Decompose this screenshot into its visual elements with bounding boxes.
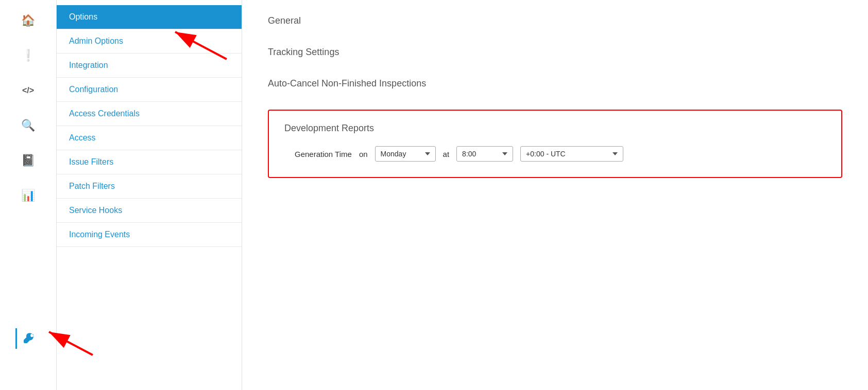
general-section-title: General — [268, 15, 842, 26]
nav-item-access-credentials[interactable]: Access Credentials — [57, 102, 242, 126]
gen-time-at-label: at — [443, 150, 450, 158]
gen-time-row: Generation Time on Monday Tuesday Wednes… — [284, 146, 826, 162]
time-select[interactable]: 8:00 9:00 10:00 11:00 12:00 — [456, 146, 513, 162]
alert-nav-icon[interactable]: ❕ — [15, 45, 41, 66]
gen-time-on-label: on — [359, 150, 368, 158]
book-nav-icon[interactable]: 📓 — [15, 150, 41, 171]
gen-time-label: Generation Time — [295, 150, 352, 158]
day-select[interactable]: Monday Tuesday Wednesday Thursday Friday… — [375, 146, 436, 162]
dev-reports-title: Development Reports — [284, 123, 826, 134]
home-nav-icon[interactable]: 🏠 — [15, 10, 41, 31]
main-content: General Tracking Settings Auto-Cancel No… — [242, 0, 868, 390]
code-nav-icon[interactable]: </> — [15, 80, 41, 101]
nav-item-incoming-events[interactable]: Incoming Events — [57, 223, 242, 247]
search-nav-icon[interactable]: 🔍 — [15, 115, 41, 136]
nav-item-integration[interactable]: Integration — [57, 54, 242, 78]
nav-item-options[interactable]: Options — [57, 5, 242, 29]
tracking-settings-title: Tracking Settings — [268, 47, 842, 58]
timezone-select[interactable]: +0:00 - UTC +1:00 +2:00 -5:00 — [520, 146, 623, 162]
dev-reports-box: Development Reports Generation Time on M… — [268, 110, 842, 178]
nav-sidebar: Options Admin Options Integration Config… — [57, 0, 242, 390]
chart-nav-icon[interactable]: 📊 — [15, 185, 41, 206]
nav-item-patch-filters[interactable]: Patch Filters — [57, 174, 242, 199]
nav-item-access[interactable]: Access — [57, 126, 242, 150]
auto-cancel-title: Auto-Cancel Non-Finished Inspections — [268, 78, 842, 89]
nav-item-issue-filters[interactable]: Issue Filters — [57, 150, 242, 174]
nav-item-service-hooks[interactable]: Service Hooks — [57, 199, 242, 223]
wrench-nav-icon[interactable] — [15, 328, 41, 349]
nav-item-admin-options[interactable]: Admin Options — [57, 29, 242, 54]
nav-item-configuration[interactable]: Configuration — [57, 78, 242, 102]
icon-sidebar: 🏠 ❕ </> 🔍 📓 📊 — [0, 0, 57, 390]
